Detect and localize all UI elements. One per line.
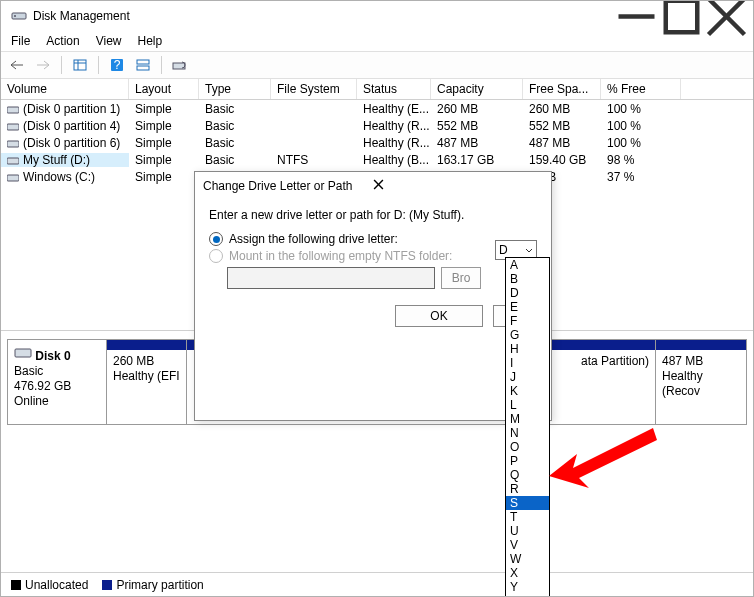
drive-letter-option[interactable]: V [506, 538, 549, 552]
drive-letter-option[interactable]: P [506, 454, 549, 468]
menu-view[interactable]: View [96, 34, 122, 48]
radio-assign-label: Assign the following drive letter: [229, 232, 398, 246]
col-type[interactable]: Type [199, 79, 271, 99]
dialog-title: Change Drive Letter or Path [203, 179, 373, 193]
col-layout[interactable]: Layout [129, 79, 199, 99]
disk-type: Basic [14, 364, 43, 378]
layout-icon[interactable] [131, 54, 155, 76]
legend-bar: Unallocated Primary partition [1, 572, 753, 596]
radio-dot-icon [209, 232, 223, 246]
col-capacity[interactable]: Capacity [431, 79, 523, 99]
svg-text:?: ? [114, 58, 121, 72]
drive-letter-list[interactable]: ABDEFGHIJKLMNOPQRSTUVWXYZ [505, 257, 550, 597]
drive-letter-option[interactable]: J [506, 370, 549, 384]
svg-rect-19 [15, 349, 31, 357]
col-pctfree[interactable]: % Free [601, 79, 681, 99]
drive-letter-option[interactable]: G [506, 328, 549, 342]
back-button[interactable] [5, 54, 29, 76]
col-status[interactable]: Status [357, 79, 431, 99]
chevron-down-icon [525, 243, 533, 257]
disk-title: Disk 0 [35, 349, 70, 363]
browse-button: Bro [441, 267, 481, 289]
drive-letter-option[interactable]: A [506, 258, 549, 272]
minimize-button[interactable] [614, 2, 659, 30]
mount-path-row: Bro [227, 267, 537, 289]
forward-button[interactable] [31, 54, 55, 76]
drive-letter-option[interactable]: U [506, 524, 549, 538]
svg-rect-14 [7, 107, 19, 113]
drive-letter-option[interactable]: N [506, 426, 549, 440]
volume-row[interactable]: (Disk 0 partition 1)SimpleBasicHealthy (… [1, 100, 753, 117]
drive-letter-option[interactable]: K [506, 384, 549, 398]
volume-row[interactable]: (Disk 0 partition 4)SimpleBasicHealthy (… [1, 117, 753, 134]
drive-letter-option[interactable]: X [506, 566, 549, 580]
radio-mount-folder: Mount in the following empty NTFS folder… [209, 249, 537, 263]
drive-letter-option[interactable]: O [506, 440, 549, 454]
disk-label[interactable]: Disk 0 Basic 476.92 GB Online [7, 339, 107, 425]
radio-mount-label: Mount in the following empty NTFS folder… [229, 249, 452, 263]
dialog-close-icon[interactable] [373, 179, 543, 193]
titlebar: Disk Management [1, 1, 753, 31]
menu-action[interactable]: Action [46, 34, 79, 48]
app-icon [11, 8, 27, 24]
separator [98, 56, 99, 74]
disk-icon [14, 346, 32, 360]
col-filesystem[interactable]: File System [271, 79, 357, 99]
drive-letter-option[interactable]: B [506, 272, 549, 286]
svg-rect-12 [137, 66, 149, 70]
drive-letter-option[interactable]: D [506, 286, 549, 300]
window-title: Disk Management [33, 9, 130, 23]
menu-file[interactable]: File [11, 34, 30, 48]
view-list-icon[interactable] [68, 54, 92, 76]
svg-rect-11 [137, 60, 149, 64]
separator [61, 56, 62, 74]
disk-size: 476.92 GB [14, 379, 71, 393]
close-button[interactable] [704, 2, 749, 30]
legend-primary: Primary partition [102, 578, 203, 592]
drive-letter-selected: D [499, 243, 508, 257]
toolbar: ? [1, 51, 753, 79]
drive-letter-option[interactable]: L [506, 398, 549, 412]
ok-button[interactable]: OK [395, 305, 483, 327]
drive-letter-option[interactable]: I [506, 356, 549, 370]
menu-help[interactable]: Help [138, 34, 163, 48]
svg-rect-6 [74, 60, 86, 70]
menubar: File Action View Help [1, 31, 753, 51]
partition[interactable]: 487 MB Healthy (Recov [656, 340, 746, 424]
col-freespace[interactable]: Free Spa... [523, 79, 601, 99]
col-rest [681, 79, 753, 99]
partition[interactable]: 260 MB Healthy (EFI [107, 340, 187, 424]
drive-letter-option[interactable]: Y [506, 580, 549, 594]
drive-letter-option[interactable]: R [506, 482, 549, 496]
drive-letter-option[interactable]: H [506, 342, 549, 356]
volume-row[interactable]: My Stuff (D:)SimpleBasicNTFSHealthy (B..… [1, 151, 753, 168]
drive-letter-option[interactable]: E [506, 300, 549, 314]
col-volume[interactable]: Volume [1, 79, 129, 99]
part-size: 260 MB [113, 354, 180, 369]
volume-row[interactable]: (Disk 0 partition 6)SimpleBasicHealthy (… [1, 134, 753, 151]
help-icon[interactable]: ? [105, 54, 129, 76]
part-size: 487 MB [662, 354, 740, 369]
dialog-titlebar: Change Drive Letter or Path [195, 172, 551, 200]
svg-rect-18 [7, 175, 19, 181]
drive-letter-option[interactable]: F [506, 314, 549, 328]
drive-letter-option[interactable]: Q [506, 468, 549, 482]
disk-state: Online [14, 394, 49, 408]
part-status: Healthy (Recov [662, 369, 740, 399]
svg-rect-3 [666, 0, 698, 32]
svg-rect-16 [7, 141, 19, 147]
properties-icon[interactable] [168, 54, 192, 76]
grid-header: Volume Layout Type File System Status Ca… [1, 79, 753, 100]
dialog-instruction: Enter a new drive letter or path for D: … [209, 208, 537, 222]
maximize-button[interactable] [659, 2, 704, 30]
part-status: Healthy (EFI [113, 369, 180, 384]
legend-unallocated: Unallocated [11, 578, 88, 592]
drive-letter-option[interactable]: S [506, 496, 549, 510]
disk-management-window: Disk Management File Action View Help ? … [0, 0, 754, 597]
drive-letter-option[interactable]: M [506, 412, 549, 426]
svg-rect-17 [7, 158, 19, 164]
radio-assign-letter[interactable]: Assign the following drive letter: [209, 232, 537, 246]
drive-letter-option[interactable]: W [506, 552, 549, 566]
drive-letter-option[interactable]: T [506, 510, 549, 524]
radio-dot-icon [209, 249, 223, 263]
